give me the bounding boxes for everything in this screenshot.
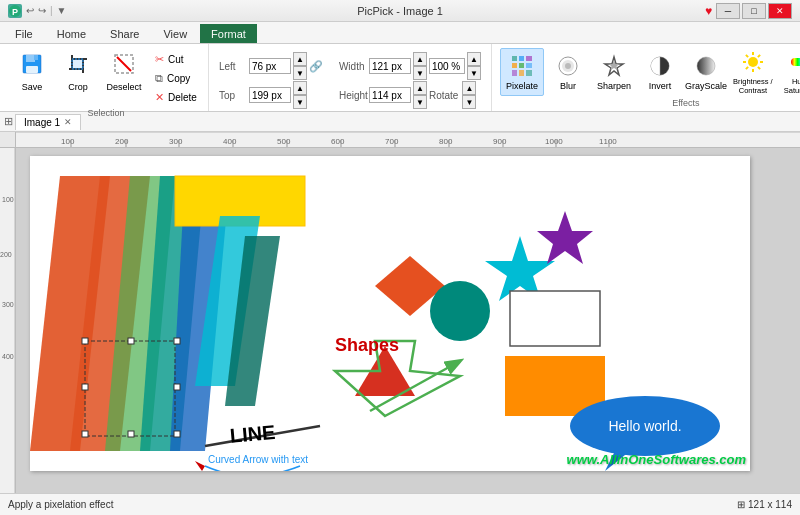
canvas-area: 100 200 300 400 500 600 700 800 900 1000… (0, 132, 800, 493)
width-row: Width ▲ ▼ ▲ ▼ (339, 52, 481, 80)
maximize-btn[interactable]: □ (742, 3, 766, 19)
left-input[interactable] (249, 58, 291, 74)
ruler-h-svg: 100 200 300 400 500 600 700 800 900 1000… (16, 132, 800, 148)
top-row: Top ▲ ▼ (219, 81, 323, 109)
svg-text:P: P (12, 7, 18, 17)
blur-icon (556, 54, 580, 80)
height-input[interactable] (369, 87, 411, 103)
ruler-v-svg: 100 200 300 400 (0, 132, 16, 493)
invert-label: Invert (649, 81, 672, 91)
svg-text:500: 500 (277, 137, 291, 146)
pixelate-icon (510, 54, 534, 80)
height-down-btn[interactable]: ▼ (413, 95, 427, 109)
deselect-btn[interactable]: Deselect (102, 48, 146, 96)
cut-btn[interactable]: ✂ Cut (150, 50, 202, 68)
tab-format[interactable]: Format (200, 24, 257, 43)
top-label: Top (219, 90, 247, 101)
svg-line-35 (746, 54, 748, 56)
svg-text:800: 800 (439, 137, 453, 146)
svg-rect-21 (526, 70, 532, 76)
svg-text:Hello world.: Hello world. (608, 418, 681, 434)
top-input[interactable] (249, 87, 291, 103)
brightness-btn[interactable]: Brightness / Contrast (730, 48, 776, 96)
drawing-canvas[interactable]: LINE Shapes Curved Arrow with text Hello… (30, 156, 750, 471)
svg-line-37 (758, 54, 760, 56)
svg-rect-100 (174, 384, 180, 390)
svg-marker-84 (537, 211, 593, 264)
ribbon-tabs: File Home Share View Format (0, 22, 800, 44)
width-down-btn[interactable]: ▼ (413, 66, 427, 80)
size-icon: ⊞ (737, 499, 745, 510)
tab-share[interactable]: Share (99, 24, 150, 43)
svg-text:300: 300 (169, 137, 183, 146)
svg-text:Curved Arrow with text: Curved Arrow with text (208, 454, 308, 465)
app-icon: P (8, 4, 22, 18)
sharpen-btn[interactable]: Sharpen (592, 48, 636, 96)
height-up-btn[interactable]: ▲ (413, 81, 427, 95)
svg-rect-99 (82, 384, 88, 390)
deselect-label: Deselect (106, 82, 141, 92)
top-down-btn[interactable]: ▼ (293, 95, 307, 109)
left-down-btn[interactable]: ▼ (293, 66, 307, 80)
svg-text:1000: 1000 (545, 137, 563, 146)
svg-rect-4 (26, 66, 38, 73)
ribbon: Save Crop Deselect (0, 44, 800, 112)
pixelate-label: Pixelate (506, 81, 538, 91)
tab-home[interactable]: Home (46, 24, 97, 43)
separator: | (50, 5, 53, 16)
delete-icon: ✕ (155, 91, 164, 104)
copy-btn[interactable]: ⧉ Copy (150, 69, 202, 87)
delete-btn[interactable]: ✕ Delete (150, 88, 202, 106)
rotate-up-btn[interactable]: ▲ (462, 81, 476, 95)
svg-rect-20 (519, 70, 524, 76)
pct-down-btn[interactable]: ▼ (467, 66, 481, 80)
tab-close-btn[interactable]: ✕ (64, 117, 72, 127)
svg-text:700: 700 (385, 137, 399, 146)
window-controls[interactable]: ─ □ ✕ (716, 3, 792, 19)
pixelate-btn[interactable]: Pixelate (500, 48, 544, 96)
tab-view[interactable]: View (152, 24, 198, 43)
svg-line-12 (117, 57, 131, 71)
percent-input[interactable] (429, 58, 465, 74)
hue-btn[interactable]: Hue / Saturation (778, 48, 800, 96)
invert-btn[interactable]: Invert (638, 48, 682, 96)
blur-btn[interactable]: Blur (546, 48, 590, 96)
top-up-btn[interactable]: ▲ (293, 81, 307, 95)
tab-file[interactable]: File (4, 24, 44, 43)
invert-icon (648, 54, 672, 80)
grayscale-btn[interactable]: GrayScale (684, 48, 728, 96)
save-icon (21, 53, 43, 81)
cut-icon: ✂ (155, 53, 164, 66)
svg-point-24 (565, 63, 571, 69)
width-up-btn[interactable]: ▲ (413, 52, 427, 66)
width-input[interactable] (369, 58, 411, 74)
heart-icon: ♥ (705, 4, 712, 18)
canvas-content: LINE Shapes Curved Arrow with text Hello… (16, 148, 800, 493)
svg-rect-14 (519, 56, 524, 61)
tab-label: Image 1 (24, 117, 60, 128)
hue-icon (789, 50, 800, 76)
quick-access[interactable]: ▼ (57, 5, 67, 16)
crop-icon (67, 53, 89, 81)
save-btn[interactable]: Save (10, 48, 54, 96)
svg-point-30 (748, 57, 758, 67)
svg-text:900: 900 (493, 137, 507, 146)
svg-rect-18 (526, 63, 532, 68)
undo-btn[interactable]: ↩ (26, 5, 34, 16)
rotate-down-btn[interactable]: ▼ (462, 95, 476, 109)
hue-label: Hue / Saturation (781, 77, 800, 95)
canvas-tab[interactable]: Image 1 ✕ (15, 114, 81, 130)
crop-btn[interactable]: Crop (56, 48, 100, 96)
svg-text:200: 200 (115, 137, 129, 146)
rotate-label: Rotate (429, 90, 458, 101)
close-btn[interactable]: ✕ (768, 3, 792, 19)
minimize-btn[interactable]: ─ (716, 3, 740, 19)
height-row: Height ▲ ▼ Rotate ▲ ▼ (339, 81, 481, 109)
left-up-btn[interactable]: ▲ (293, 52, 307, 66)
svg-line-36 (758, 66, 760, 68)
selection-label: Selection (87, 108, 124, 118)
redo-btn[interactable]: ↪ (38, 5, 46, 16)
svg-rect-13 (512, 56, 517, 61)
pct-up-btn[interactable]: ▲ (467, 52, 481, 66)
title-bar: P ↩ ↪ | ▼ PicPick - Image 1 ♥ ─ □ ✕ (0, 0, 800, 22)
